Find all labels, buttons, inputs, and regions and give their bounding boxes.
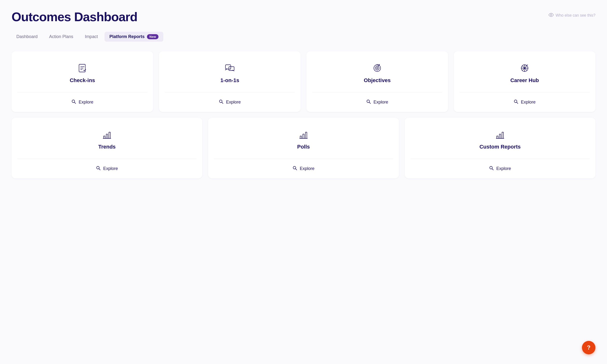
explore-search-icon-polls: [292, 166, 297, 172]
card-check-ins-top: Check-ins: [12, 51, 153, 92]
eye-icon: [548, 13, 554, 18]
card-trends-explore-label: Explore: [103, 166, 118, 171]
visibility-link[interactable]: Who else can see this?: [548, 13, 595, 18]
checkin-icon: [77, 63, 88, 73]
card-objectives-explore-label: Explore: [373, 100, 388, 105]
svg-point-11: [374, 65, 381, 72]
card-trends-top: Trends: [12, 118, 202, 159]
tab-dashboard-label: Dashboard: [16, 34, 38, 39]
svg-point-5: [72, 100, 75, 103]
card-custom-reports-top: Custom Reports: [405, 118, 595, 159]
tab-action-plans[interactable]: Action Plans: [44, 32, 78, 42]
card-custom-reports-explore[interactable]: Explore: [405, 159, 595, 178]
svg-rect-38: [499, 134, 501, 138]
svg-point-12: [375, 66, 379, 70]
card-check-ins-explore[interactable]: Explore: [12, 92, 153, 112]
svg-point-29: [97, 166, 99, 169]
new-badge: New: [147, 34, 158, 39]
card-polls-top: Polls: [208, 118, 399, 159]
card-polls-title: Polls: [297, 144, 310, 150]
svg-point-23: [514, 100, 517, 103]
tab-impact[interactable]: Impact: [80, 32, 103, 42]
oneonone-icon: [224, 63, 235, 73]
card-polls[interactable]: Polls Explore: [208, 118, 399, 178]
help-icon: ?: [587, 344, 591, 351]
card-check-ins[interactable]: Check-ins Explore: [12, 51, 153, 112]
card-1on1s[interactable]: 1-on-1s Explore: [159, 51, 301, 112]
page-header: Outcomes Dashboard Who else can see this…: [12, 10, 595, 24]
svg-rect-39: [502, 132, 503, 138]
svg-point-9: [219, 100, 222, 103]
svg-line-24: [517, 102, 518, 104]
svg-line-30: [99, 169, 100, 170]
explore-search-icon-1on1: [219, 99, 224, 105]
svg-point-13: [376, 67, 378, 69]
card-career-hub-explore-label: Explore: [521, 100, 535, 105]
svg-line-10: [222, 102, 223, 104]
trends-icon: [102, 129, 112, 140]
tab-impact-label: Impact: [85, 34, 98, 39]
card-custom-reports-title: Custom Reports: [479, 144, 521, 150]
svg-point-17: [367, 100, 369, 103]
card-check-ins-explore-label: Explore: [79, 100, 93, 105]
explore-search-icon-obj: [366, 99, 371, 105]
card-objectives-title: Objectives: [364, 77, 390, 84]
card-career-hub-title: Career Hub: [510, 77, 539, 84]
svg-rect-27: [109, 132, 110, 138]
svg-rect-33: [305, 132, 307, 138]
card-1on1s-top: 1-on-1s: [159, 51, 301, 92]
career-hub-icon: [519, 63, 530, 73]
svg-rect-7: [225, 65, 231, 69]
objectives-icon: [372, 63, 383, 73]
svg-line-6: [74, 102, 76, 104]
card-objectives-explore[interactable]: Explore: [306, 92, 448, 112]
page-title: Outcomes Dashboard: [12, 10, 137, 24]
card-career-hub-explore[interactable]: Explore: [454, 92, 595, 112]
card-trends-explore[interactable]: Explore: [12, 159, 202, 178]
explore-search-icon-trends: [96, 166, 101, 172]
top-cards-grid: Check-ins Explore 1-on-: [12, 51, 595, 112]
card-1on1s-explore[interactable]: Explore: [159, 92, 301, 112]
svg-point-41: [490, 166, 492, 169]
card-polls-explore[interactable]: Explore: [208, 159, 399, 178]
svg-point-0: [550, 14, 552, 16]
custom-reports-icon: [495, 129, 505, 140]
svg-rect-8: [229, 67, 234, 71]
card-trends-title: Trends: [98, 144, 116, 150]
svg-line-36: [296, 169, 297, 170]
bottom-cards-grid: Trends Explore Polls: [12, 118, 595, 178]
tab-platform-reports-label: Platform Reports: [109, 34, 145, 39]
tab-action-plans-label: Action Plans: [49, 34, 73, 39]
tab-dashboard[interactable]: Dashboard: [12, 32, 42, 42]
card-career-hub[interactable]: Career Hub Explore: [454, 51, 595, 112]
explore-search-icon: [71, 99, 76, 105]
polls-icon: [298, 129, 309, 140]
help-fab-button[interactable]: ?: [582, 341, 595, 354]
tabs-bar: Dashboard Action Plans Impact Platform R…: [12, 32, 595, 42]
svg-rect-32: [303, 134, 304, 138]
svg-line-18: [369, 102, 370, 104]
card-custom-reports-explore-label: Explore: [496, 166, 511, 171]
card-trends[interactable]: Trends Explore: [12, 118, 202, 178]
tab-platform-reports[interactable]: Platform Reports New: [105, 32, 163, 42]
card-check-ins-title: Check-ins: [70, 77, 95, 84]
visibility-text: Who else can see this?: [556, 13, 595, 18]
card-objectives[interactable]: Objectives Explore: [306, 51, 448, 112]
explore-search-icon-career: [514, 99, 518, 105]
svg-line-42: [492, 169, 493, 170]
card-polls-explore-label: Explore: [300, 166, 314, 171]
card-custom-reports[interactable]: Custom Reports Explore: [405, 118, 595, 178]
card-1on1s-title: 1-on-1s: [220, 77, 239, 84]
svg-point-35: [293, 166, 296, 169]
card-objectives-top: Objectives: [306, 51, 448, 92]
card-career-hub-top: Career Hub: [454, 51, 595, 92]
card-1on1s-explore-label: Explore: [226, 100, 241, 105]
svg-rect-26: [106, 134, 108, 138]
svg-rect-31: [300, 136, 302, 138]
svg-rect-37: [497, 136, 498, 138]
svg-rect-25: [104, 136, 105, 138]
explore-search-icon-custom: [489, 166, 494, 172]
